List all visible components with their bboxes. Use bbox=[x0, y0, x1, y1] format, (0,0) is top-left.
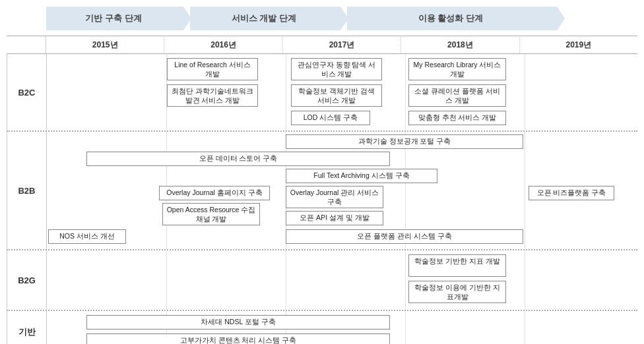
b2b-body: 과학기술 정보공개 포털 구축 오픈 데이터 스토어 구축 Full Text … bbox=[47, 132, 637, 249]
b2c-label: B2C bbox=[7, 54, 47, 130]
phase-header-row: 기반 구축 단계 서비스 개발 단계 이용 활성화 단계 bbox=[7, 5, 637, 32]
base-section: 기반 차세대 NDSL 포털 구축 고부가가치 콘텐츠 처리 시스템 구축 bbox=[7, 311, 637, 344]
b2c-item-2: 최첨단 과학기술네트워크 발견 서비스 개발 bbox=[167, 84, 258, 107]
phase2-label: 서비스 개발 단계 bbox=[232, 13, 296, 24]
base-item-ndsl: 차세대 NDSL 포털 구축 bbox=[86, 315, 390, 330]
phase2-arrow: 서비스 개발 단계 bbox=[190, 7, 348, 30]
b2g-body: 학술정보 기반한 지표 개발 학술정보 이용에 기반한 지표개발 bbox=[47, 250, 637, 310]
b2b-item-openapi: 오픈 API 설계 및 개발 bbox=[286, 211, 383, 225]
b2g-item-1: 학술정보 기반한 지표 개발 bbox=[408, 254, 506, 277]
base-body: 차세대 NDSL 포털 구축 고부가가치 콘텐츠 처리 시스템 구축 bbox=[47, 311, 637, 344]
phase3-label: 이용 활성화 단계 bbox=[418, 13, 483, 24]
year-2017: 2017년 bbox=[283, 37, 401, 53]
b2b-item-portal: 과학기술 정보공개 포털 구축 bbox=[286, 134, 523, 149]
year-header-row: 2015년 2016년 2017년 2018년 2019년 bbox=[7, 36, 637, 54]
year-2015: 2015년 bbox=[46, 37, 164, 53]
b2c-item-1: Line of Research 서비스 개발 bbox=[167, 58, 258, 80]
phase3-arrow: 이용 활성화 단계 bbox=[347, 7, 565, 30]
b2b-section: B2B 과학기술 정보공개 포털 구축 오픈 데이터 스토어 구축 Full T… bbox=[7, 132, 637, 250]
b2b-item-datastore: 오픈 데이터 스토어 구축 bbox=[86, 152, 390, 166]
b2b-item-openaccess: Open Access Resource 수집 채널 개발 bbox=[162, 203, 260, 225]
b2b-label: B2B bbox=[7, 132, 47, 249]
year-row-spacer bbox=[7, 36, 46, 53]
b2g-label: B2G bbox=[7, 250, 47, 310]
b2b-item-nos: NOS 서비스 개선 bbox=[48, 229, 126, 244]
b2b-item-overlay-home: Overlay Journal 홈페이지 구축 bbox=[159, 186, 270, 200]
b2b-item-overlay-mgmt: Overlay Journal 관리 서비스 구축 bbox=[286, 186, 383, 208]
b2c-body: Line of Research 서비스 개발 최첨단 과학기술네트워크 발견 … bbox=[47, 54, 637, 130]
b2c-item-4: 학술정보 객체기반 검색 서비스 개발 bbox=[291, 84, 382, 107]
b2b-item-fulltext: Full Text Archiving 시스템 구축 bbox=[286, 169, 437, 183]
year-2018: 2018년 bbox=[401, 37, 519, 53]
b2c-item-8: 맞춤형 추천 서비스 개발 bbox=[408, 111, 506, 125]
base-label: 기반 bbox=[7, 311, 47, 344]
main-container: 기반 구축 단계 서비스 개발 단계 이용 활성화 단계 2015년 2016년… bbox=[0, 0, 644, 344]
b2c-item-5: LOD 시스템 구축 bbox=[291, 111, 370, 125]
phase1-arrow: 기반 구축 단계 bbox=[46, 7, 191, 30]
phase1-label: 기반 구축 단계 bbox=[85, 13, 141, 24]
b2c-item-7: 소셜 큐레이션 플랫폼 서비스 개발 bbox=[408, 84, 506, 107]
b2g-item-2: 학술정보 이용에 기반한 지표개발 bbox=[408, 281, 506, 303]
base-item-content: 고부가가치 콘텐츠 처리 시스템 구축 bbox=[86, 333, 390, 344]
year-cells: 2015년 2016년 2017년 2018년 2019년 bbox=[46, 37, 637, 53]
b2c-item-3: 관심연구자 동향 탐색 서비스 개발 bbox=[291, 58, 382, 80]
b2c-item-6: My Research Library 서비스 개발 bbox=[408, 58, 506, 80]
year-2016: 2016년 bbox=[164, 37, 282, 53]
b2b-item-bizplatform: 오픈 비즈플랫폼 구축 bbox=[529, 186, 614, 200]
b2g-section: B2G 학술정보 기반한 지표 개발 학술정보 이용에 기반한 지표개발 bbox=[7, 250, 637, 311]
year-2019: 2019년 bbox=[520, 37, 637, 53]
b2c-section: B2C Line of Research 서비스 개발 최첨단 과학기술네트워크… bbox=[7, 54, 637, 132]
b2b-item-platform: 오픈 플랫폼 관리 시스템 구축 bbox=[286, 229, 523, 244]
